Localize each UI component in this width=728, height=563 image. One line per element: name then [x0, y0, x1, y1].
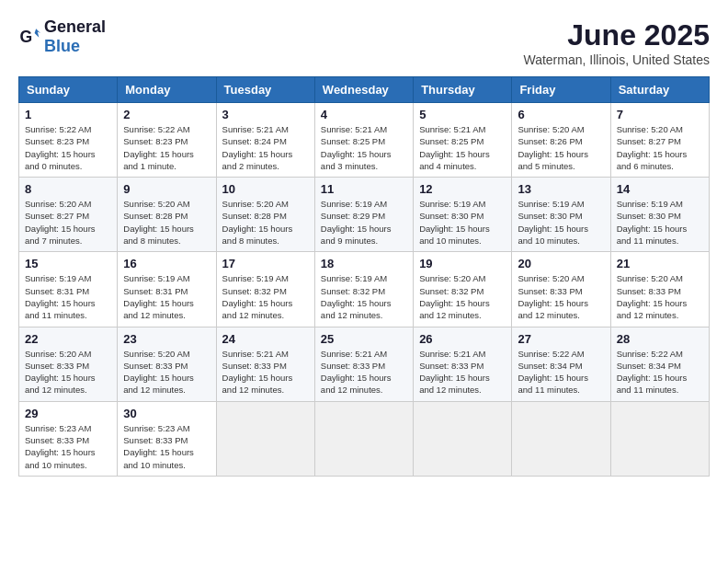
weekday-header: Monday — [118, 77, 216, 103]
day-info: Sunrise: 5:23 AMSunset: 8:33 PMDaylight:… — [25, 422, 111, 471]
calendar-cell — [512, 401, 610, 476]
calendar-cell: 23Sunrise: 5:20 AMSunset: 8:33 PMDayligh… — [118, 327, 216, 401]
day-info: Sunrise: 5:19 AMSunset: 8:30 PMDaylight:… — [419, 198, 506, 247]
day-number: 18 — [321, 257, 407, 270]
calendar-cell: 2Sunrise: 5:22 AMSunset: 8:23 PMDaylight… — [118, 103, 216, 178]
day-number: 5 — [419, 108, 506, 121]
calendar-cell — [610, 401, 709, 476]
day-info: Sunrise: 5:19 AMSunset: 8:32 PMDaylight:… — [222, 272, 309, 321]
calendar-cell: 11Sunrise: 5:19 AMSunset: 8:29 PMDayligh… — [314, 178, 413, 252]
logo-general: General — [44, 18, 106, 37]
calendar-cell: 7Sunrise: 5:20 AMSunset: 8:27 PMDaylight… — [610, 103, 709, 178]
day-info: Sunrise: 5:21 AMSunset: 8:25 PMDaylight:… — [419, 123, 506, 172]
day-number: 30 — [123, 407, 210, 420]
day-info: Sunrise: 5:19 AMSunset: 8:32 PMDaylight:… — [321, 272, 407, 321]
logo-blue: Blue — [44, 37, 80, 55]
day-info: Sunrise: 5:19 AMSunset: 8:31 PMDaylight:… — [123, 272, 210, 321]
day-info: Sunrise: 5:20 AMSunset: 8:33 PMDaylight:… — [123, 348, 210, 396]
logo: G General Blue — [18, 18, 106, 56]
day-number: 24 — [222, 332, 309, 346]
weekday-header: Tuesday — [216, 77, 314, 103]
day-number: 16 — [123, 257, 210, 270]
day-info: Sunrise: 5:22 AMSunset: 8:34 PMDaylight:… — [518, 348, 604, 396]
day-number: 21 — [617, 257, 703, 270]
calendar-cell — [216, 401, 314, 476]
logo-icon: G — [18, 26, 40, 48]
weekday-header: Saturday — [610, 77, 709, 103]
weekday-header: Friday — [512, 77, 610, 103]
day-info: Sunrise: 5:21 AMSunset: 8:25 PMDaylight:… — [321, 123, 407, 172]
calendar-cell — [314, 401, 413, 476]
calendar-cell: 1Sunrise: 5:22 AMSunset: 8:23 PMDaylight… — [19, 103, 118, 178]
day-info: Sunrise: 5:20 AMSunset: 8:33 PMDaylight:… — [518, 272, 604, 321]
day-number: 27 — [518, 332, 604, 346]
calendar-cell: 22Sunrise: 5:20 AMSunset: 8:33 PMDayligh… — [19, 327, 118, 401]
day-number: 11 — [321, 182, 407, 196]
calendar-cell: 15Sunrise: 5:19 AMSunset: 8:31 PMDayligh… — [19, 252, 118, 327]
day-info: Sunrise: 5:19 AMSunset: 8:29 PMDaylight:… — [321, 198, 407, 247]
calendar-cell: 5Sunrise: 5:21 AMSunset: 8:25 PMDaylight… — [414, 103, 512, 178]
day-number: 1 — [25, 108, 111, 121]
day-info: Sunrise: 5:19 AMSunset: 8:30 PMDaylight:… — [617, 198, 703, 247]
day-number: 12 — [419, 182, 506, 196]
day-info: Sunrise: 5:19 AMSunset: 8:31 PMDaylight:… — [25, 272, 111, 321]
day-number: 19 — [419, 257, 506, 270]
calendar-cell: 24Sunrise: 5:21 AMSunset: 8:33 PMDayligh… — [216, 327, 314, 401]
calendar-cell: 10Sunrise: 5:20 AMSunset: 8:28 PMDayligh… — [216, 178, 314, 252]
day-number: 26 — [419, 332, 506, 346]
calendar-cell: 26Sunrise: 5:21 AMSunset: 8:33 PMDayligh… — [414, 327, 512, 401]
day-info: Sunrise: 5:20 AMSunset: 8:28 PMDaylight:… — [222, 198, 309, 247]
day-number: 7 — [617, 108, 703, 121]
svg-text:G: G — [20, 28, 33, 46]
day-info: Sunrise: 5:20 AMSunset: 8:33 PMDaylight:… — [25, 348, 111, 396]
day-info: Sunrise: 5:21 AMSunset: 8:33 PMDaylight:… — [222, 348, 309, 396]
calendar-cell: 4Sunrise: 5:21 AMSunset: 8:25 PMDaylight… — [314, 103, 413, 178]
day-info: Sunrise: 5:20 AMSunset: 8:27 PMDaylight:… — [617, 123, 703, 172]
day-number: 10 — [222, 182, 309, 196]
day-number: 25 — [321, 332, 407, 346]
day-info: Sunrise: 5:21 AMSunset: 8:24 PMDaylight:… — [222, 123, 309, 172]
calendar-cell: 30Sunrise: 5:23 AMSunset: 8:33 PMDayligh… — [118, 401, 216, 476]
calendar-cell: 27Sunrise: 5:22 AMSunset: 8:34 PMDayligh… — [512, 327, 610, 401]
day-number: 29 — [25, 407, 111, 420]
day-info: Sunrise: 5:22 AMSunset: 8:23 PMDaylight:… — [25, 123, 111, 172]
day-info: Sunrise: 5:20 AMSunset: 8:33 PMDaylight:… — [617, 272, 703, 321]
calendar-cell: 21Sunrise: 5:20 AMSunset: 8:33 PMDayligh… — [610, 252, 709, 327]
day-info: Sunrise: 5:21 AMSunset: 8:33 PMDaylight:… — [321, 348, 407, 396]
calendar-table: SundayMondayTuesdayWednesdayThursdayFrid… — [18, 76, 710, 477]
day-number: 13 — [518, 182, 604, 196]
day-number: 4 — [321, 108, 407, 121]
header: G General Blue June 2025 Waterman, Illin… — [18, 18, 710, 67]
weekday-header: Thursday — [414, 77, 512, 103]
day-info: Sunrise: 5:22 AMSunset: 8:23 PMDaylight:… — [123, 123, 210, 172]
svg-marker-1 — [35, 29, 40, 39]
location-title: Waterman, Illinois, United States — [523, 52, 710, 67]
weekday-header: Wednesday — [314, 77, 413, 103]
calendar-cell: 6Sunrise: 5:20 AMSunset: 8:26 PMDaylight… — [512, 103, 610, 178]
calendar-cell: 28Sunrise: 5:22 AMSunset: 8:34 PMDayligh… — [610, 327, 709, 401]
calendar-cell: 19Sunrise: 5:20 AMSunset: 8:32 PMDayligh… — [414, 252, 512, 327]
day-number: 15 — [25, 257, 111, 270]
calendar-cell: 29Sunrise: 5:23 AMSunset: 8:33 PMDayligh… — [19, 401, 118, 476]
day-number: 3 — [222, 108, 309, 121]
calendar-cell: 8Sunrise: 5:20 AMSunset: 8:27 PMDaylight… — [19, 178, 118, 252]
day-info: Sunrise: 5:20 AMSunset: 8:32 PMDaylight:… — [419, 272, 506, 321]
title-area: June 2025 Waterman, Illinois, United Sta… — [523, 18, 710, 67]
day-number: 2 — [123, 108, 210, 121]
day-number: 6 — [518, 108, 604, 121]
calendar-cell: 17Sunrise: 5:19 AMSunset: 8:32 PMDayligh… — [216, 252, 314, 327]
calendar-cell: 9Sunrise: 5:20 AMSunset: 8:28 PMDaylight… — [118, 178, 216, 252]
calendar-cell: 13Sunrise: 5:19 AMSunset: 8:30 PMDayligh… — [512, 178, 610, 252]
calendar-cell — [414, 401, 512, 476]
day-info: Sunrise: 5:19 AMSunset: 8:30 PMDaylight:… — [518, 198, 604, 247]
month-title: June 2025 — [523, 18, 710, 52]
calendar-cell: 12Sunrise: 5:19 AMSunset: 8:30 PMDayligh… — [414, 178, 512, 252]
calendar-cell: 18Sunrise: 5:19 AMSunset: 8:32 PMDayligh… — [314, 252, 413, 327]
day-number: 23 — [123, 332, 210, 346]
day-info: Sunrise: 5:23 AMSunset: 8:33 PMDaylight:… — [123, 422, 210, 471]
day-info: Sunrise: 5:20 AMSunset: 8:27 PMDaylight:… — [25, 198, 111, 247]
calendar-cell: 20Sunrise: 5:20 AMSunset: 8:33 PMDayligh… — [512, 252, 610, 327]
day-number: 9 — [123, 182, 210, 196]
day-info: Sunrise: 5:20 AMSunset: 8:28 PMDaylight:… — [123, 198, 210, 247]
day-info: Sunrise: 5:20 AMSunset: 8:26 PMDaylight:… — [518, 123, 604, 172]
